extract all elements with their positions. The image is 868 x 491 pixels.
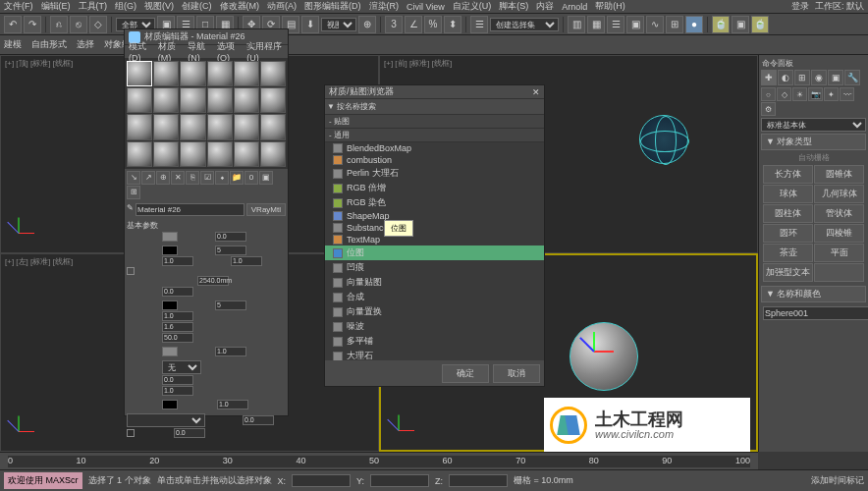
cylinder-button[interactable]: 圆柱体 [763,204,813,223]
menu-material[interactable]: 材质(M) [158,40,183,63]
time-tag-prompt[interactable]: 添加时间标记 [811,474,864,487]
rotation-value[interactable]: 0.0 [174,428,205,438]
menu-modifiers[interactable]: 修改器(M) [220,0,260,13]
fresnel-checkbox[interactable] [127,267,135,275]
material-slot[interactable] [234,87,259,113]
maxscript-prompt[interactable]: 欢迎使用 MAXScr [4,472,82,489]
map-item[interactable]: RGB 倍增 [325,181,544,195]
login-link[interactable]: 登录 [791,0,809,13]
category-general[interactable]: - 通用 [325,129,544,142]
material-slot[interactable] [153,141,179,167]
show-end-button[interactable]: ▣ [259,171,273,185]
menu-mode[interactable]: 模式(D) [129,40,152,63]
undo-button[interactable]: ↶ [4,16,22,33]
material-slot[interactable] [234,114,259,139]
shapes-icon[interactable]: ◇ [777,87,791,101]
named-selection-dropdown[interactable]: 创建选择集 [490,18,559,31]
material-id-button[interactable]: 0 [244,171,258,185]
dimdist-value[interactable]: 2540.0mm [197,276,229,286]
put-to-scene-button[interactable]: ↗ [141,171,155,185]
browser-titlebar[interactable]: 材质/贴图浏览器 ✕ [325,85,544,99]
utilities-tab[interactable]: 🔧 [844,70,860,85]
material-slot[interactable] [180,114,205,139]
material-slot[interactable] [180,87,205,113]
toggle-ribbon-button[interactable]: ▣ [626,16,644,33]
ribbon-tab-selection[interactable]: 选择 [77,38,94,51]
sphere-button[interactable]: 球体 [763,185,813,203]
menu-view[interactable]: 视图(V) [144,0,174,13]
map-item[interactable]: 噪波 [325,319,544,334]
spinner-snap-button[interactable]: ⬍ [444,16,461,33]
reflgloss-value[interactable]: 1.0 [231,256,262,266]
cancel-button[interactable]: 取消 [493,364,540,383]
reset-button[interactable]: ✕ [171,171,185,185]
close-button[interactable]: ✕ [532,87,540,97]
map-item[interactable]: BlendedBoxMap [325,142,544,154]
menu-arnold[interactable]: Arnold [562,2,587,12]
aniso-value[interactable]: 0.0 [243,415,274,425]
menu-script[interactable]: 脚本(S) [499,0,528,13]
material-slot[interactable] [153,61,179,86]
ribbon-tab-modeling[interactable]: 建模 [4,38,22,51]
create-tab[interactable]: ✚ [761,70,777,85]
menu-customize[interactable]: 自定义(U) [453,0,492,13]
fwd-value[interactable]: 1.0 [162,386,193,396]
map-item[interactable]: TextMap [325,234,544,246]
viewport-label[interactable]: [+] [左] [标准] [线框] [5,256,73,267]
copy-button[interactable]: ⎘ [186,171,199,185]
material-name-input[interactable] [136,203,244,216]
render-frame-button[interactable]: ▣ [732,16,749,33]
ok-button[interactable]: 确定 [442,364,489,383]
map-item[interactable]: 合成 [325,290,544,304]
rollout-header[interactable]: ▼ 对象类型 [761,134,866,150]
box-button[interactable]: 长方体 [763,165,813,184]
unlink-button[interactable]: ⎋ [70,16,87,33]
category-maps[interactable]: - 贴图 [325,115,544,129]
menu-tools[interactable]: 工具(T) [79,0,108,13]
material-slot[interactable] [153,87,179,113]
primitives-dropdown[interactable]: 标准基本体 [761,118,866,132]
object-name-input[interactable] [763,306,868,320]
assign-button[interactable]: ⊕ [156,171,170,185]
viewport-label[interactable]: [+] [顶] [标准] [线框] [5,58,73,69]
material-slot[interactable] [207,61,233,86]
geometry-icon[interactable]: ○ [761,87,776,101]
sss-value[interactable]: 0.0 [162,375,193,385]
material-slot[interactable] [260,61,286,86]
pyramid-button[interactable]: 四棱锥 [814,224,864,243]
layer-button[interactable]: ☰ [607,16,624,33]
map-item[interactable]: RGB 染色 [325,195,544,210]
menu-navigation[interactable]: 导航(N) [188,40,211,63]
material-slot[interactable] [260,141,286,167]
menu-animation[interactable]: 动画(A) [267,0,297,13]
ribbon-tab-freeform[interactable]: 自由形式 [31,38,67,51]
y-coord-input[interactable] [370,474,429,487]
map-item[interactable]: 向量置换 [325,304,544,319]
hierarchy-tab[interactable]: ⊞ [794,70,810,85]
menu-help[interactable]: 帮助(H) [595,0,625,13]
textplus-button[interactable]: 加强型文本 [763,263,813,282]
time-slider[interactable]: 0102030405060708090100 [8,456,750,467]
material-slot[interactable] [260,87,286,113]
spacewarps-icon[interactable]: 〰 [840,87,854,101]
map-item[interactable]: Perlin 大理石 [325,166,544,181]
material-slot[interactable] [207,114,233,139]
selfillum-swatch[interactable] [162,400,178,409]
material-slot[interactable] [180,61,205,86]
material-slot[interactable] [207,141,233,167]
reflect-swatch[interactable] [162,246,178,255]
menu-rendering[interactable]: 渲染(R) [369,0,400,13]
sphere-wireframe[interactable] [639,115,688,164]
transform-gizmo[interactable] [589,337,619,366]
teapot-button[interactable]: 茶壶 [763,244,813,262]
translucent-dropdown[interactable]: 无 [162,360,201,374]
z-coord-input[interactable] [449,474,508,487]
curve-editor-button[interactable]: ∿ [646,16,664,33]
plane-button[interactable]: 平面 [814,244,864,262]
refract-swatch[interactable] [162,300,178,310]
map-item[interactable]: 凹痕 [325,260,544,275]
usegloss-checkbox[interactable] [127,429,135,437]
align-button[interactable]: ▦ [587,16,605,33]
rollout-header[interactable]: ▼ 名称和颜色 [761,286,866,302]
material-slot[interactable] [234,61,259,86]
